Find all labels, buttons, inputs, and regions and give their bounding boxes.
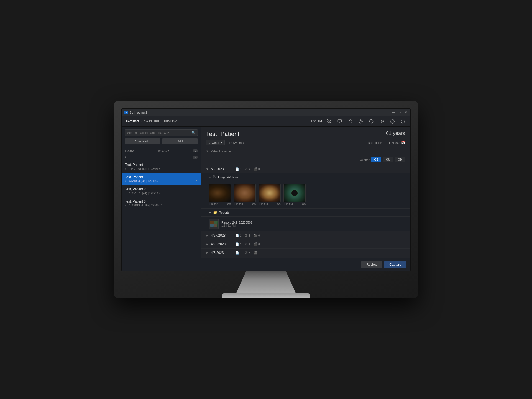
session-header[interactable]: ▼ 4/26/2023 📄1 🖼4 🎬0 <box>201 240 410 248</box>
images-videos-header[interactable]: ▼ 🖼 Images/Videos <box>201 173 410 181</box>
eye-filter-os[interactable]: OS <box>371 157 381 162</box>
video-icon: 🎬 <box>254 167 257 171</box>
svg-marker-18 <box>380 120 382 122</box>
search-input[interactable] <box>125 129 198 136</box>
session-header[interactable]: ▼ 4/3/2023 📄1 🖼3 🎬1 <box>201 249 410 257</box>
report-item[interactable]: Report_2x2_20230502 1:18:11 PM <box>201 217 410 231</box>
eye-image-4 <box>284 184 305 202</box>
image-thumb <box>209 184 231 202</box>
svg-point-19 <box>392 121 393 122</box>
patient-name: Test, Patient 3 <box>125 200 198 203</box>
eye-image-3 <box>259 184 280 202</box>
all-label: ALL <box>125 156 131 159</box>
reports-header[interactable]: ▼ 📁 Reports <box>201 209 410 217</box>
today-section-header: TODAY 5/2/2023 0 <box>122 147 201 154</box>
patient-name: Test, Patient 2 <box>125 187 198 191</box>
patient-item-selected[interactable]: Test, Patient ♀ | 6/5/1963 (60) | 123456… <box>122 173 201 185</box>
report-thumb-inner <box>210 221 218 227</box>
visibility-toggle-icon[interactable] <box>326 118 332 125</box>
patient-info: ♀ | 11/1/1961 (61) | 1234567 <box>125 167 198 170</box>
add-button[interactable]: Add <box>162 138 198 144</box>
image-card[interactable]: 1:18 PM OS <box>234 184 256 206</box>
report-thumbnail <box>209 219 219 229</box>
maximize-button[interactable]: □ <box>398 111 402 114</box>
patient-context-menu-icon[interactable]: ⋮ <box>195 177 198 181</box>
svg-rect-1 <box>338 120 341 122</box>
advanced-button[interactable]: Advanced... <box>125 138 160 144</box>
female-icon: ♀ <box>208 141 211 144</box>
patient-item[interactable]: Test, Patient 2 ♀ | 10/8/1978 (44) | 123… <box>122 185 201 197</box>
session-date: 4/26/2023 <box>211 242 233 246</box>
patient-gender-badge[interactable]: ♀ Other ▾ <box>206 140 225 145</box>
patient-comment-label: Patient comment <box>211 150 234 153</box>
patient-id: ID 1234567 <box>229 141 244 144</box>
eye-image-2 <box>234 184 255 202</box>
calendar-icon[interactable]: 📅 <box>401 141 405 144</box>
sessions-container: ▼ 5/2/2023 📄 1 🖼 4 <box>201 165 410 258</box>
main-layout: 🔍 Advanced... Add TODAY 5/2/2023 0 <box>122 127 410 271</box>
session-chevron-icon: ▼ <box>206 168 209 171</box>
monitor-stand <box>233 271 299 293</box>
patient-info: ♀ | 10/8/1978 (44) | 1234567 <box>125 192 198 195</box>
patient-title: Test, Patient <box>206 131 239 138</box>
monitor-icon[interactable] <box>336 118 343 125</box>
image-icon: 🖼 <box>245 251 248 254</box>
patient-name: Test, Patient <box>125 175 198 179</box>
image-time: 1:18 PM <box>259 203 268 206</box>
document-icon: 📄 <box>235 234 239 237</box>
image-thumb <box>234 184 256 202</box>
image-card[interactable]: 1:18 PM OS <box>209 184 231 206</box>
svg-rect-5 <box>351 121 352 122</box>
session-date: 5/2/2023 <box>211 167 233 171</box>
image-card[interactable]: 1:18 PM OD <box>259 184 281 206</box>
title-bar: SL SL Imaging 2 — □ ✕ <box>122 109 410 116</box>
user-lock-icon[interactable] <box>347 118 354 125</box>
minimize-button[interactable]: — <box>392 111 396 114</box>
nav-step-review[interactable]: REVIEW <box>164 120 177 123</box>
document-icon: 📄 <box>235 251 239 255</box>
eye-filter-od[interactable]: OD <box>395 157 405 162</box>
capture-button[interactable]: Capture <box>384 261 406 268</box>
session-header[interactable]: ▼ 4/27/2023 📄1 🖼3 🎬0 <box>201 231 410 240</box>
brightness-icon[interactable] <box>357 118 364 125</box>
power-icon[interactable] <box>400 118 406 125</box>
window-controls: — □ ✕ <box>392 111 408 114</box>
nav-step-patient[interactable]: PATIENT <box>126 120 139 123</box>
image-eye: OS <box>227 203 231 206</box>
eye-filter-ou[interactable]: OU <box>383 157 393 162</box>
image-eye: OD <box>277 203 281 206</box>
app-logo-icon: SL <box>124 111 128 114</box>
search-buttons: Advanced... Add <box>125 138 198 144</box>
patient-name: Test, Patient <box>125 163 198 167</box>
close-button[interactable]: ✕ <box>404 111 408 114</box>
app-title: SL Imaging 2 <box>129 111 147 114</box>
session-meta: 📄1 🖼3 🎬0 <box>235 234 260 237</box>
info-icon[interactable] <box>368 118 375 125</box>
image-card[interactable]: 1:18 PM OS <box>283 184 306 206</box>
gender-dropdown-icon: ▾ <box>221 141 222 144</box>
session-row: ▼ 5/2/2023 📄 1 🖼 4 <box>201 165 410 231</box>
nav-step-capture[interactable]: CAPTURE <box>144 120 160 123</box>
patient-dob: Date of birth 1/11/1962 📅 <box>368 141 405 144</box>
image-icon: 🖼 <box>245 234 248 237</box>
patient-item[interactable]: Test, Patient 3 ♂ | 10/30/1956 (66) | 12… <box>122 197 201 209</box>
session-row: ▼ 4/27/2023 📄1 🖼3 🎬0 <box>201 231 410 240</box>
session-date: 4/3/2023 <box>211 251 233 255</box>
image-meta: 1:18 PM OD <box>259 203 281 206</box>
report-name: Report_2x2_20230502 <box>221 221 402 224</box>
settings-icon[interactable] <box>389 118 396 125</box>
image-eye: OS <box>252 203 256 206</box>
image-time: 1:18 PM <box>283 203 293 206</box>
volume-icon[interactable] <box>378 118 385 125</box>
patient-comment[interactable]: ▼ Patient comment <box>206 148 405 155</box>
patient-item[interactable]: Test, Patient ♀ | 11/1/1961 (61) | 12345… <box>122 161 201 173</box>
svg-line-10 <box>362 122 362 123</box>
images-videos-label: Images/Videos <box>218 175 238 179</box>
images-icon: 🖼 <box>213 175 216 179</box>
session-header[interactable]: ▼ 5/2/2023 📄 1 🖼 4 <box>201 165 410 173</box>
video-icon: 🎬 <box>254 251 257 255</box>
reports-label: Reports <box>219 211 230 214</box>
sidebar: 🔍 Advanced... Add TODAY 5/2/2023 0 <box>122 127 201 271</box>
review-button[interactable]: Review <box>361 261 382 268</box>
session-meta: 📄1 🖼3 🎬1 <box>235 251 260 255</box>
